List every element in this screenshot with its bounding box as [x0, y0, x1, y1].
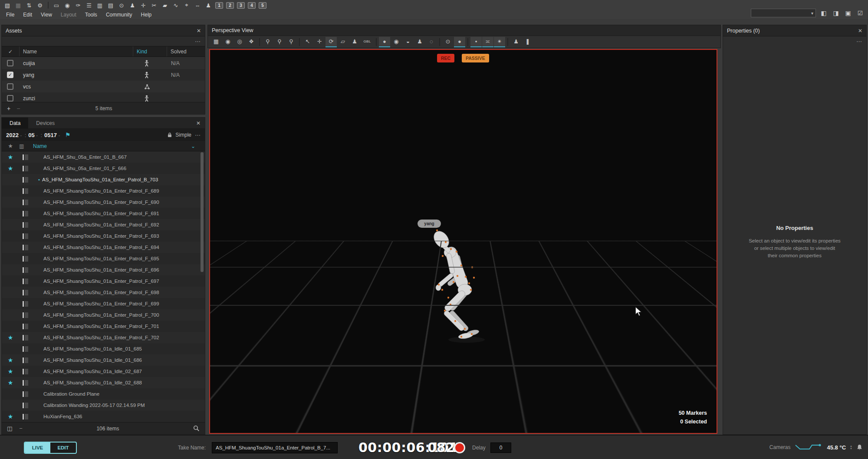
favorite-star-icon[interactable]: ★ [2, 379, 19, 386]
session-day-field[interactable]: 0517 [44, 132, 57, 138]
name-column-header[interactable]: Name [33, 143, 191, 149]
data-panel-tab[interactable]: Data [2, 118, 28, 128]
spinner-icon[interactable]: ⌄ [20, 133, 23, 137]
take-row[interactable]: ★ • Calibration Wanding 2022-05-17 02.14… [2, 400, 205, 411]
take-row[interactable]: ★ • AS_HFM_ShuangTouShu_01a_Idle_02_687 [2, 366, 205, 377]
streaming-icon[interactable]: ☰ [84, 1, 94, 10]
favorite-star-icon[interactable]: ★ [2, 368, 19, 375]
edit-tools-icon[interactable]: ✂ [149, 1, 159, 10]
take-row[interactable]: ★ • AS_HFM_ShuangTouShu_01a_Enter_Patrol… [2, 332, 205, 343]
take-row[interactable]: ★ • AS_HFM_ShuangTouShu_01a_Idle_02_688 [2, 377, 205, 388]
asset-checkbox[interactable]: ✓ [7, 60, 13, 66]
video-overlay-icon[interactable]: ❚ [522, 37, 533, 47]
close-icon[interactable]: ✕ [858, 28, 862, 34]
favorite-star-icon[interactable]: ★ [2, 413, 19, 420]
take-row[interactable]: ★ • AS_HFM_ShuangTouShu_01a_Enter_Patrol… [2, 287, 205, 298]
take-row[interactable]: ★ • AS_HFM_ShuangTouShu_01a_Enter_Patrol… [2, 242, 205, 253]
favorite-star-icon[interactable]: ★ [2, 334, 19, 341]
measure-icon[interactable]: ⇔ [193, 1, 202, 10]
take-row[interactable]: ★ • AS_HFM_ShuangTouShu_01a_Idle_01_686 [2, 354, 205, 366]
skeleton-select-icon[interactable]: ♟ [349, 37, 360, 47]
take-row[interactable]: ★ • HuXianFeng_636 [2, 411, 205, 422]
close-icon[interactable]: ✕ [197, 28, 201, 34]
menu-item[interactable]: Help [137, 12, 156, 18]
layout-3-button[interactable]: 3 [237, 2, 245, 9]
data-panel-tab[interactable]: Devices [28, 118, 62, 128]
zoom-in-icon[interactable]: ⚲ [262, 37, 273, 47]
menu-item[interactable]: Edit [19, 12, 36, 18]
notification-bell-icon[interactable] [856, 444, 863, 451]
take-row[interactable]: ★ • AS_HFM_ShuangTouShu_01a_Enter_Patrol… [2, 321, 205, 332]
take-row[interactable]: ★ • AS_HFM_ShuangTouShu_01a_Enter_Patrol… [2, 197, 205, 208]
builder-icon[interactable]: ♟ [204, 1, 213, 10]
more-menu-icon[interactable]: ⋯ [856, 38, 862, 45]
flag-icon[interactable]: ⚑ [65, 131, 71, 138]
asset-checkbox[interactable]: ✓ [7, 95, 13, 102]
skeleton-overlay-icon[interactable]: ♟ [510, 37, 522, 47]
menu-item[interactable]: Tools [81, 12, 102, 18]
check-column-header[interactable]: ✓ [2, 46, 19, 56]
marker-refine-icon[interactable]: ◌ [426, 37, 437, 47]
asset-row[interactable]: ✓ cuijia N/A [2, 57, 205, 69]
spinner-icon[interactable]: ⌄ [58, 133, 61, 137]
zoom-fit-icon[interactable]: ⚲ [286, 37, 297, 47]
media-column-header[interactable]: ▥ [19, 143, 33, 149]
layout-4-button[interactable]: 4 [248, 2, 256, 9]
favorite-star-icon[interactable]: ★ [2, 154, 19, 161]
rotate-tool-icon[interactable]: ⟳ [326, 37, 337, 47]
camera-view-icon[interactable]: ◎ [234, 37, 245, 47]
open-project-icon[interactable]: ▧ [3, 1, 12, 10]
asset-row[interactable]: ✓ yang N/A [2, 69, 205, 81]
take-row[interactable]: ★ • AS_HFM_Shu_05a_Enter_01_B_667 [2, 151, 205, 163]
layout-check-icon[interactable]: ☑ [856, 9, 865, 17]
take-row[interactable]: ★ • AS_HFM_ShuangTouShu_01a_Enter_Patrol… [2, 309, 205, 321]
visibility-eye-icon[interactable]: ⊙ [442, 37, 454, 47]
markers-visibility-icon[interactable]: ● [454, 37, 465, 47]
mocap-character[interactable] [423, 226, 497, 351]
follow-tool-icon[interactable]: ❖ [246, 37, 257, 47]
save-icon[interactable]: ▦ [13, 1, 23, 10]
window-icon[interactable]: ▭ [52, 1, 61, 10]
asset-row[interactable]: ✓ zunzi [2, 92, 205, 102]
menu-item[interactable]: View [36, 12, 56, 18]
graph-icon[interactable]: ∿ [171, 1, 181, 10]
info-icon[interactable]: ⊙ [117, 1, 126, 10]
coordinate-space-toggle[interactable]: GBL [361, 37, 374, 47]
chevron-down-icon[interactable]: ⌄ [191, 143, 205, 149]
session-year-field[interactable]: 2022 [6, 132, 19, 138]
remove-take-button[interactable]: − [19, 425, 23, 432]
layout-2-button[interactable]: 2 [226, 2, 234, 9]
data-management-icon[interactable]: ▤ [106, 1, 115, 10]
take-row[interactable]: ★ • Calibration Ground Plane [2, 388, 205, 400]
save-layout-icon[interactable]: ▣ [844, 9, 852, 17]
star-column-header[interactable]: ★ [2, 143, 19, 149]
scale-tool-icon[interactable]: ▱ [337, 37, 349, 47]
menu-item[interactable]: Layout [56, 12, 81, 18]
spinner-icon[interactable]: ⌄ [36, 133, 39, 137]
record-button[interactable] [454, 442, 465, 453]
rigid-body-icon[interactable]: ⌖ [182, 1, 191, 10]
take-row[interactable]: ★ • AS_HFM_ShuangTouShu_01a_Enter_Patrol… [2, 253, 205, 264]
kind-column-header[interactable]: Kind [133, 46, 167, 56]
labels-toggle-icon[interactable]: ▪ [470, 37, 482, 47]
select-tool-icon[interactable]: ↖ [302, 37, 313, 47]
labeling-icon[interactable]: ▰ [160, 1, 170, 10]
take-row[interactable]: ★ • AS_HFM_ShuangTouShu_01a_Enter_Patrol… [2, 298, 205, 309]
take-row[interactable]: ★ • AS_HFM_ShuangTouShu_01a_Enter_Patrol… [2, 174, 205, 185]
archive-take-icon[interactable]: ◫ [7, 425, 12, 432]
favorite-star-icon[interactable]: ★ [2, 357, 19, 364]
camera-icon[interactable]: ◉ [62, 1, 72, 10]
marker-mode-icon[interactable]: ● [379, 37, 390, 47]
take-row[interactable]: ★ • AS_HFM_ShuangTouShu_01a_Enter_Patrol… [2, 219, 205, 230]
rays-toggle-icon[interactable]: ✴ [494, 37, 505, 47]
take-row[interactable]: ★ • AS_HFM_ShuangTouShu_01a_Enter_Patrol… [2, 185, 205, 197]
favorite-star-icon[interactable]: ★ [2, 165, 19, 172]
layout-5-button[interactable]: 5 [259, 2, 266, 9]
calibration-wand-icon[interactable]: ✑ [73, 1, 83, 10]
asset-checkbox[interactable]: ✓ [7, 83, 13, 90]
viewport-3d[interactable]: REC PASSIVE yang [209, 49, 717, 434]
live-mode-button[interactable]: LIVE [25, 443, 50, 453]
session-month-field[interactable]: 05 [28, 132, 34, 138]
solved-column-header[interactable]: Solved [167, 46, 205, 56]
grid-view-icon[interactable]: ▦ [210, 37, 222, 47]
